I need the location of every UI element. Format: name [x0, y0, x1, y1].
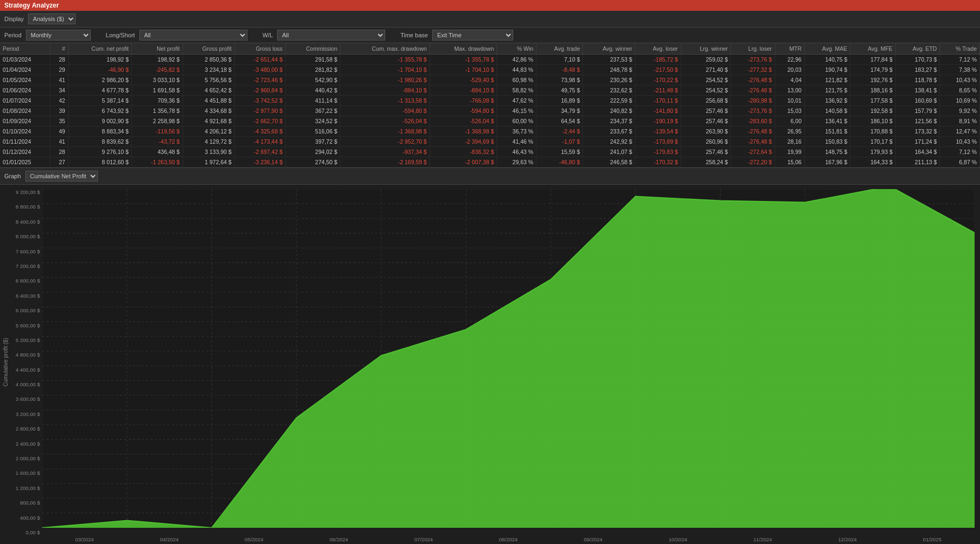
table-cell: 246,58 $ [583, 157, 635, 167]
table-cell: 42 [50, 96, 68, 106]
table-row: 01/12/2024289 276,10 $436,48 $3 133,90 $… [0, 147, 980, 157]
table-cell: 26,95 [775, 126, 804, 137]
table-cell: -1 704,10 $ [340, 65, 430, 75]
table-cell: 6 743,92 $ [68, 106, 132, 116]
table-cell: 6,00 [775, 116, 804, 126]
x-tick-label: 10/2024 [635, 536, 720, 542]
table-cell: 01/03/2024 [0, 55, 50, 65]
y-tick-label: 6 400,00 $ [16, 293, 40, 299]
table-row: 01/03/202428198,92 $198,92 $2 850,36 $-2… [0, 55, 980, 65]
table-cell: 46,43 % [497, 147, 536, 157]
table-cell: 6,87 % [940, 157, 980, 167]
table-cell: 12,47 % [940, 126, 980, 137]
table-cell: -46,90 $ [68, 65, 132, 75]
table-row: 01/09/2024359 002,90 $2 258,98 $4 921,68… [0, 116, 980, 126]
table-header: Cum. net profit [68, 43, 132, 55]
table-cell: 397,72 $ [286, 137, 340, 147]
table-cell: 39 [50, 106, 68, 116]
table-cell: 8,65 % [940, 85, 980, 96]
table-cell: 263,90 $ [681, 126, 731, 137]
table-cell: 709,36 $ [132, 96, 183, 106]
table-cell: -2 952,70 $ [340, 137, 430, 147]
table-header: Gross profit [183, 43, 234, 55]
table-cell: 01/04/2024 [0, 65, 50, 75]
period-select[interactable]: Monthly [26, 30, 91, 41]
table-header: Avg. MFE [850, 43, 896, 55]
table-cell: 256,68 $ [681, 96, 731, 106]
table-cell: 271,40 $ [681, 65, 731, 75]
table-cell: 1 691,58 $ [132, 85, 183, 96]
table-cell: 148,75 $ [804, 147, 850, 157]
table-cell: -526,04 $ [340, 116, 430, 126]
table-cell: 9 002,90 $ [68, 116, 132, 126]
table-row: 01/04/202429-46,90 $-245,82 $3 234,18 $-… [0, 65, 980, 75]
app-title: Strategy Analyzer [4, 2, 59, 9]
table-cell: 8 883,34 $ [68, 126, 132, 137]
display-select[interactable]: Analysis ($) [28, 14, 76, 24]
x-tick-label: 07/2024 [381, 536, 466, 542]
table-cell: 150,83 $ [804, 137, 850, 147]
table-cell: -2 977,90 $ [234, 106, 285, 116]
table-cell: 516,06 $ [286, 126, 340, 137]
y-tick-label: 400,00 $ [20, 515, 40, 521]
table-cell: -529,40 $ [429, 75, 496, 85]
table-cell: 41,46 % [497, 137, 536, 147]
table-cell: 3 133,90 $ [183, 147, 234, 157]
table-header: % Win [497, 43, 536, 55]
table-cell: 3 033,10 $ [132, 75, 183, 85]
y-tick-label: 2 800,00 $ [16, 426, 40, 432]
table-cell: -1 368,98 $ [340, 126, 430, 137]
table-cell: -8,48 $ [536, 65, 583, 75]
table-cell: 254,52 $ [681, 75, 731, 85]
longshort-select[interactable]: All [139, 30, 247, 41]
x-tick-label: 04/2024 [127, 536, 212, 542]
table-cell: -1 313,58 $ [340, 96, 430, 106]
table-row: 01/07/2024425 387,14 $709,36 $4 451,88 $… [0, 96, 980, 106]
table-header: Avg. trade [536, 43, 583, 55]
table-cell: 179,93 $ [850, 147, 896, 157]
table-cell: 01/06/2024 [0, 85, 50, 96]
table-cell: 4 334,68 $ [183, 106, 234, 116]
table-row: 01/08/2024396 743,92 $1 356,78 $4 334,68… [0, 106, 980, 116]
display-label: Display [4, 16, 24, 22]
table-row: 01/05/2024412 986,20 $3 033,10 $5 756,56… [0, 75, 980, 85]
table-cell: 324,52 $ [286, 116, 340, 126]
table-cell: 258,24 $ [681, 157, 731, 167]
table-cell: 233,67 $ [583, 126, 635, 137]
x-tick-label: 05/2024 [212, 536, 297, 542]
table-cell: 4 206,12 $ [183, 126, 234, 137]
table-cell: 44,83 % [497, 65, 536, 75]
y-axis-label: Cumulative profit ($) [3, 338, 9, 386]
table-cell: 8 012,60 $ [68, 157, 132, 167]
table-row: 01/10/2024498 883,34 $-119,56 $4 206,12 … [0, 126, 980, 137]
table-cell: 15,06 [775, 157, 804, 167]
table-header: Period [0, 43, 50, 55]
table-header: Commission [286, 43, 340, 55]
table-cell: 294,02 $ [286, 147, 340, 157]
table-cell: 01/07/2024 [0, 96, 50, 106]
y-tick-label: 8 000,00 $ [16, 233, 40, 239]
timebase-select[interactable]: Exit Time [432, 30, 513, 41]
wl-select[interactable]: All [277, 30, 385, 41]
table-cell: 4 677,78 $ [68, 85, 132, 96]
table-cell: -1 704,10 $ [429, 65, 496, 75]
y-tick-label: 8 400,00 $ [16, 219, 40, 225]
table-cell: 151,81 $ [804, 126, 850, 137]
table-cell: 281,82 $ [286, 65, 340, 75]
table-cell: -884,10 $ [340, 85, 430, 96]
table-cell: 240,82 $ [583, 106, 635, 116]
timebase-label: Time base [400, 32, 428, 38]
table-cell: 01/01/2025 [0, 157, 50, 167]
table-cell: 260,96 $ [681, 137, 731, 147]
table-cell: -2 169,59 $ [340, 157, 430, 167]
table-cell: -277,32 $ [731, 65, 775, 75]
y-tick-label: 1 200,00 $ [16, 485, 40, 491]
table-cell: 234,37 $ [583, 116, 635, 126]
table-row: 01/11/2024418 839,62 $-43,72 $4 129,72 $… [0, 137, 980, 147]
table-header: # [50, 43, 68, 55]
table-cell: 4,04 [775, 75, 804, 85]
table-container: Period#Cum. net profitNet profitGross pr… [0, 43, 980, 168]
graph-dropdown[interactable]: Cumulative Net Profit [25, 171, 98, 182]
table-header: Cum. max. drawdown [340, 43, 430, 55]
table-cell: -276,48 $ [731, 75, 775, 85]
